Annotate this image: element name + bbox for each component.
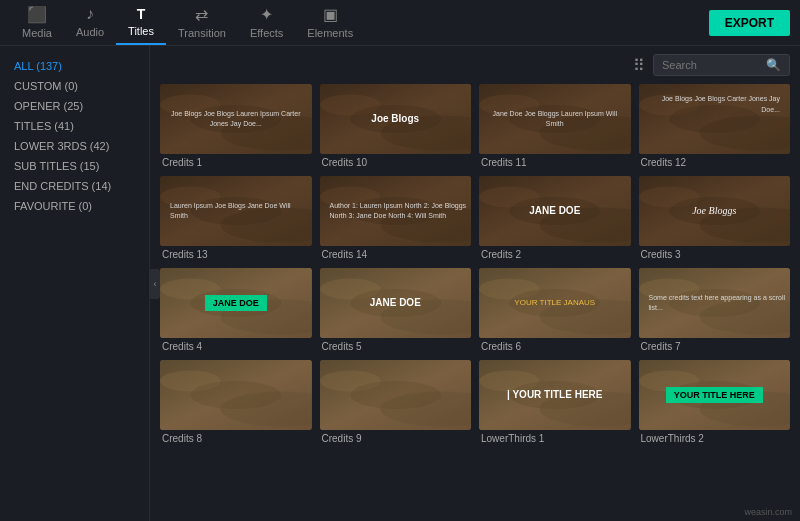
nav-transition[interactable]: ⇄ Transition [166,0,238,45]
grid-toolbar: ⠿ 🔍 [160,54,790,76]
thumbnail-item-credits4[interactable]: JANE DOECredits 4 [160,268,312,352]
nav-media[interactable]: ⬛ Media [10,0,64,45]
thumb-label-lowerthirds1: LowerThirds 1 [479,433,631,444]
thumb-label-credits1: Credits 1 [160,157,312,168]
search-input[interactable] [662,59,762,71]
sidebar-item-opener[interactable]: OPENER (25) [0,96,149,116]
thumb-label-credits6: Credits 6 [479,341,631,352]
thumb-label-credits14: Credits 14 [320,249,472,260]
elements-icon: ▣ [323,5,338,24]
sidebar-collapse-arrow[interactable]: ‹ [150,269,160,299]
watermark: weasin.com [744,507,792,517]
thumbnail-item-lowerthirds2[interactable]: YOUR TITLE HERELowerThirds 2 [639,360,791,444]
sidebar-item-subtitles[interactable]: SUB TITLES (15) [0,156,149,176]
sidebar-wrapper: ALL (137) CUSTOM (0) OPENER (25) TITLES … [0,46,150,521]
sidebar: ALL (137) CUSTOM (0) OPENER (25) TITLES … [0,46,150,521]
export-button[interactable]: EXPORT [709,10,790,36]
thumbnail-item-credits9[interactable]: Credits 9 [320,360,472,444]
transition-icon: ⇄ [195,5,208,24]
thumb-label-credits7: Credits 7 [639,341,791,352]
nav-elements[interactable]: ▣ Elements [295,0,365,45]
thumbnail-item-credits5[interactable]: JANE DOECredits 5 [320,268,472,352]
thumb-label-credits2: Credits 2 [479,249,631,260]
audio-icon: ♪ [86,5,94,23]
thumbnail-item-credits14[interactable]: Author 1: Lauren Ipsum North 2: Joe Blog… [320,176,472,260]
thumbnail-item-credits6[interactable]: YOUR TITLE JANAUSCredits 6 [479,268,631,352]
thumbnail-item-credits2[interactable]: JANE DOECredits 2 [479,176,631,260]
grid-area: ⠿ 🔍 Joe Blogs Joe Blogs Lauren Ipsum Car… [150,46,800,521]
nav-titles[interactable]: T Titles [116,0,166,45]
media-icon: ⬛ [27,5,47,24]
thumb-label-credits9: Credits 9 [320,433,472,444]
top-nav: ⬛ Media ♪ Audio T Titles ⇄ Transition ✦ … [0,0,800,46]
thumb-label-credits4: Credits 4 [160,341,312,352]
sidebar-item-titles[interactable]: TITLES (41) [0,116,149,136]
sidebar-item-lower3rds[interactable]: LOWER 3RDS (42) [0,136,149,156]
thumbnail-item-credits1[interactable]: Joe Blogs Joe Blogs Lauren Ipsum Carter … [160,84,312,168]
search-icon: 🔍 [766,58,781,72]
grid-view-icon[interactable]: ⠿ [633,56,645,75]
thumbnail-item-credits7[interactable]: Some credits text here appearing as a sc… [639,268,791,352]
main-content: ALL (137) CUSTOM (0) OPENER (25) TITLES … [0,46,800,521]
thumbnail-item-lowerthirds1[interactable]: | YOUR TITLE HERELowerThirds 1 [479,360,631,444]
thumbnail-item-credits3[interactable]: Joe BloggsCredits 3 [639,176,791,260]
thumbnail-grid: Joe Blogs Joe Blogs Lauren Ipsum Carter … [160,84,790,444]
effects-icon: ✦ [260,5,273,24]
sidebar-item-all[interactable]: ALL (137) [0,56,149,76]
sidebar-item-custom[interactable]: CUSTOM (0) [0,76,149,96]
thumbnail-item-credits11[interactable]: Jane Doe Joe Bloggs Lauren Ipsum Will Sm… [479,84,631,168]
thumb-label-lowerthirds2: LowerThirds 2 [639,433,791,444]
nav-audio[interactable]: ♪ Audio [64,0,116,45]
thumbnail-item-credits10[interactable]: Joe BlogsCredits 10 [320,84,472,168]
thumbnail-item-credits12[interactable]: Joe Blogs Joe Blogs Carter Jones Jay Doe… [639,84,791,168]
thumb-label-credits11: Credits 11 [479,157,631,168]
thumbnail-item-credits13[interactable]: Lauren Ipsum Joe Blogs Jane Doe Will Smi… [160,176,312,260]
thumb-label-credits10: Credits 10 [320,157,472,168]
thumb-label-credits8: Credits 8 [160,433,312,444]
titles-icon: T [137,6,146,22]
sidebar-item-favourite[interactable]: FAVOURITE (0) [0,196,149,216]
nav-effects[interactable]: ✦ Effects [238,0,295,45]
thumb-label-credits12: Credits 12 [639,157,791,168]
thumb-label-credits13: Credits 13 [160,249,312,260]
thumbnail-item-credits8[interactable]: Credits 8 [160,360,312,444]
thumb-label-credits3: Credits 3 [639,249,791,260]
sidebar-item-endcredits[interactable]: END CREDITS (14) [0,176,149,196]
thumb-label-credits5: Credits 5 [320,341,472,352]
search-box: 🔍 [653,54,790,76]
